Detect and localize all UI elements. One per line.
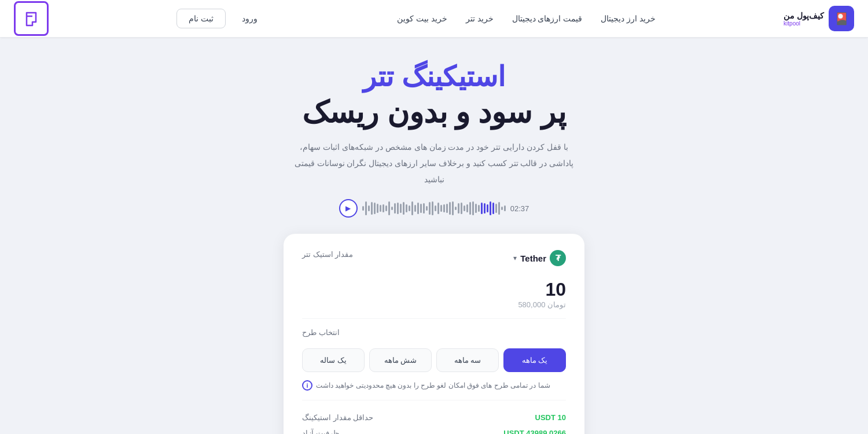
logo: 🎴 کیف‌پول من kitpool <box>784 6 854 31</box>
plan-6month[interactable]: شش ماهه <box>369 348 432 372</box>
staking-amount-label: مقدار استیک تتر <box>302 250 353 259</box>
navbar: 🎴 کیف‌پول من kitpool خرید ارز دیجیتال قی… <box>0 0 868 37</box>
tether-icon: ₮ <box>550 250 566 266</box>
amount-toman: تومان 580,000 <box>302 300 566 309</box>
nav-item-buy-tether[interactable]: خرید تتر <box>466 13 494 24</box>
nav-item-buy-bitcoin[interactable]: خرید بیت کوین <box>397 13 447 24</box>
divider <box>302 318 566 319</box>
nav-auth: ورود ثبت نام <box>176 9 269 28</box>
chevron-down-icon: ▾ <box>513 254 517 262</box>
stat-capacity-value: 43989.0266 USDT <box>503 429 566 434</box>
info-text: شما در تمامی طرح های فوق امکان لغو طرح ر… <box>316 381 550 389</box>
logo-title: کیف‌پول من <box>784 11 824 20</box>
hero-description: با قفل کردن دارایی تتر خود در مدت زمان ه… <box>289 139 579 187</box>
plan-1month[interactable]: یک ماهه <box>503 348 566 372</box>
hero-title-colored: استیکینگ تتر <box>12 60 856 93</box>
amount-input[interactable] <box>302 279 566 300</box>
currency-name: Tether <box>520 253 546 263</box>
plan-label: انتخاب طرح <box>302 328 340 337</box>
currency-selector[interactable]: ₮ Tether ▾ <box>513 250 566 266</box>
audio-time: 02:37 <box>510 204 529 213</box>
stat-min-value: 10 USDT <box>535 413 566 422</box>
stat-row-min: 10 USDT حداقل مقدار استیکینگ <box>302 410 566 425</box>
stats-divider <box>302 400 566 400</box>
logo-icon: 🎴 <box>829 6 854 31</box>
hero-section: استیکینگ تتر پر سود و بدون ریسک با قفل ک… <box>0 37 868 434</box>
plan-1year[interactable]: یک ساله <box>302 348 365 372</box>
play-button[interactable]: ▶ <box>339 199 358 218</box>
amount-input-row: تومان 580,000 <box>302 279 566 309</box>
hero-title-dark: پر سود و بدون ریسک <box>12 95 856 130</box>
plan-buttons: یک ماهه سه ماهه شش ماهه یک ساله <box>302 348 566 372</box>
logo-subtitle: kitpool <box>784 20 800 27</box>
info-icon: i <box>302 380 312 391</box>
nav-item-prices[interactable]: قیمت ارزهای دیجیتال <box>512 13 583 24</box>
staking-card: ₮ Tether ▾ مقدار استیک تتر تومان 580,000… <box>284 234 584 434</box>
login-button[interactable]: ورود <box>230 9 269 28</box>
stat-capacity-label: ظرفیت آزاد <box>302 429 339 434</box>
info-row: شما در تمامی طرح های فوق امکان لغو طرح ر… <box>302 380 566 391</box>
waveform <box>362 200 506 216</box>
brand-icon <box>14 1 49 36</box>
stat-row-capacity: 43989.0266 USDT ظرفیت آزاد <box>302 425 566 434</box>
nav-links: خرید ارز دیجیتال قیمت ارزهای دیجیتال خری… <box>397 13 656 24</box>
plan-3month[interactable]: سه ماهه <box>436 348 499 372</box>
register-button[interactable]: ثبت نام <box>176 9 226 28</box>
nav-item-buy-crypto[interactable]: خرید ارز دیجیتال <box>601 13 656 24</box>
audio-player: 02:37 <box>12 199 856 218</box>
stat-min-label: حداقل مقدار استیکینگ <box>302 413 373 422</box>
